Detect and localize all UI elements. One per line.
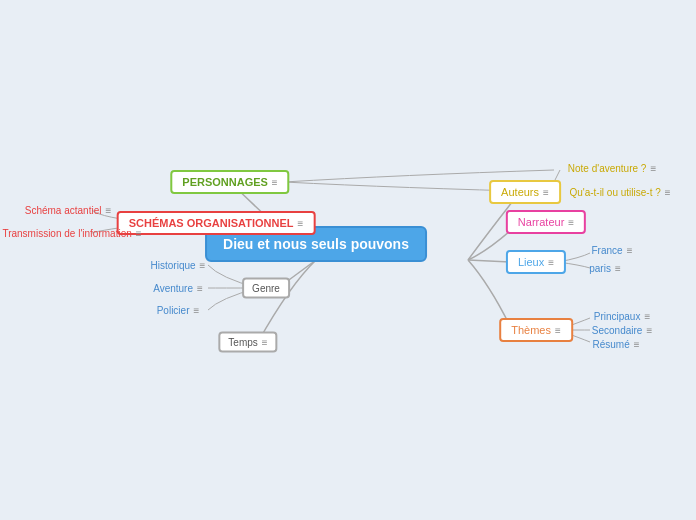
- aventure-node[interactable]: Aventure ≡: [149, 281, 207, 296]
- policier-label: Policier: [157, 305, 190, 316]
- central-label: Dieu et nous seuls pouvons: [223, 236, 409, 252]
- resume-menu-icon[interactable]: ≡: [634, 339, 640, 350]
- historique-node[interactable]: Historique ≡: [147, 258, 210, 273]
- france-menu-icon[interactable]: ≡: [627, 245, 633, 256]
- transmission-node[interactable]: Transmission de l'information ≡: [0, 226, 146, 241]
- narrateur-label: Narrateur: [518, 216, 564, 228]
- schemas-menu-icon[interactable]: ≡: [297, 218, 303, 229]
- france-node[interactable]: France ≡: [588, 243, 637, 258]
- principaux-menu-icon[interactable]: ≡: [644, 311, 650, 322]
- historique-menu-icon[interactable]: ≡: [200, 260, 206, 271]
- temps-menu-icon[interactable]: ≡: [262, 337, 268, 348]
- temps-label: Temps: [228, 337, 257, 348]
- paris-menu-icon[interactable]: ≡: [615, 263, 621, 274]
- secondaire-node[interactable]: Secondaire ≡: [588, 323, 656, 338]
- personnages-menu-icon[interactable]: ≡: [272, 177, 278, 188]
- genre-label: Genre: [252, 283, 280, 294]
- lieux-node[interactable]: Lieux ≡: [506, 250, 566, 274]
- principaux-node[interactable]: Principaux ≡: [590, 309, 655, 324]
- principaux-label: Principaux: [594, 311, 641, 322]
- paris-label: paris: [589, 263, 611, 274]
- france-label: France: [592, 245, 623, 256]
- secondaire-menu-icon[interactable]: ≡: [646, 325, 652, 336]
- resume-label: Résumé: [592, 339, 629, 350]
- personnages-label: PERSONNAGES: [182, 176, 268, 188]
- lieux-label: Lieux: [518, 256, 544, 268]
- narrateur-menu-icon[interactable]: ≡: [568, 217, 574, 228]
- lieux-menu-icon[interactable]: ≡: [548, 257, 554, 268]
- narrateur-node[interactable]: Narrateur ≡: [506, 210, 586, 234]
- auteurs-node[interactable]: Auteurs ≡: [489, 180, 561, 204]
- qui-toi-node[interactable]: Qu'a-t-il ou utilise-t ? ≡: [565, 185, 674, 200]
- themes-label: Thèmes: [511, 324, 551, 336]
- aventure-menu-icon[interactable]: ≡: [197, 283, 203, 294]
- note-aventure-node[interactable]: Note d'aventure ? ≡: [564, 161, 660, 176]
- transmission-label: Transmission de l'information: [2, 228, 131, 239]
- schema-actantiel-label: Schéma actantiel: [25, 205, 102, 216]
- schema-actantiel-node[interactable]: Schéma actantiel ≡: [21, 203, 116, 218]
- historique-label: Historique: [151, 260, 196, 271]
- personnages-node[interactable]: PERSONNAGES ≡: [170, 170, 289, 194]
- note-aventure-menu-icon[interactable]: ≡: [650, 163, 656, 174]
- schemas-label: SCHÉMAS ORGANISATIONNEL: [129, 217, 294, 229]
- themes-menu-icon[interactable]: ≡: [555, 325, 561, 336]
- note-aventure-label: Note d'aventure ?: [568, 163, 647, 174]
- aventure-label: Aventure: [153, 283, 193, 294]
- themes-node[interactable]: Thèmes ≡: [499, 318, 573, 342]
- genre-node[interactable]: Genre: [242, 278, 290, 299]
- qui-toi-menu-icon[interactable]: ≡: [665, 187, 671, 198]
- transmission-menu-icon[interactable]: ≡: [136, 228, 142, 239]
- policier-menu-icon[interactable]: ≡: [193, 305, 199, 316]
- paris-node[interactable]: paris ≡: [585, 261, 625, 276]
- qui-toi-label: Qu'a-t-il ou utilise-t ?: [569, 187, 660, 198]
- schema-actantiel-menu-icon[interactable]: ≡: [105, 205, 111, 216]
- policier-node[interactable]: Policier ≡: [153, 303, 204, 318]
- schemas-node[interactable]: SCHÉMAS ORGANISATIONNEL ≡: [117, 211, 316, 235]
- auteurs-menu-icon[interactable]: ≡: [543, 187, 549, 198]
- secondaire-label: Secondaire: [592, 325, 643, 336]
- temps-node[interactable]: Temps ≡: [218, 332, 277, 353]
- resume-node[interactable]: Résumé ≡: [588, 337, 643, 352]
- auteurs-label: Auteurs: [501, 186, 539, 198]
